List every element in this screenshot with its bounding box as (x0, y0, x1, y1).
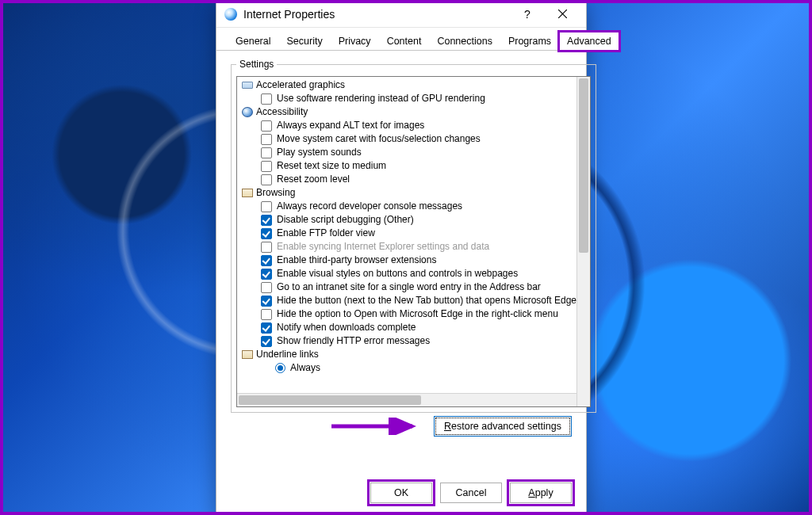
setting-label: Always record developer console messages (277, 200, 462, 213)
setting-label: Reset zoom level (277, 173, 350, 186)
checkbox-icon (261, 309, 272, 320)
tab-privacy[interactable]: Privacy (331, 32, 379, 51)
setting-item[interactable]: Show friendly HTTP error messages (239, 334, 576, 348)
checkbox-icon (261, 228, 272, 239)
titlebar[interactable]: Internet Properties ? (216, 1, 586, 28)
setting-item[interactable]: Enable FTP folder view (239, 227, 576, 240)
setting-label: Move system caret with focus/selection c… (277, 132, 481, 146)
category-label: Accessibility (256, 105, 308, 119)
checkbox-icon (261, 242, 272, 253)
setting-item[interactable]: Enable visual styles on buttons and cont… (239, 267, 576, 280)
setting-item[interactable]: Always record developer console messages (239, 200, 576, 213)
setting-item[interactable]: Hide the option to Open with Microsoft E… (239, 307, 576, 321)
checkbox-icon (261, 93, 272, 105)
scroll-icon (242, 189, 253, 197)
help-button[interactable]: ? (510, 2, 545, 26)
setting-label: Reset text size to medium (277, 159, 386, 173)
monitor-icon (242, 82, 253, 89)
tab-content[interactable]: Content (379, 32, 430, 51)
cancel-button[interactable]: Cancel (440, 483, 502, 503)
setting-item[interactable]: Hide the button (next to the New Tab but… (239, 294, 576, 307)
access-icon (242, 107, 253, 117)
setting-item[interactable]: Go to an intranet site for a single word… (239, 280, 576, 294)
setting-item[interactable]: Move system caret with focus/selection c… (239, 132, 576, 146)
window-title: Internet Properties (243, 8, 335, 21)
category-label: Accelerated graphics (256, 78, 345, 92)
setting-item[interactable]: Reset text size to medium (239, 159, 576, 173)
setting-item[interactable]: Notify when downloads complete (239, 321, 576, 334)
setting-label: Enable third-party browser extensions (277, 254, 436, 267)
setting-label: Enable visual styles on buttons and cont… (277, 267, 518, 280)
settings-group: Settings Accelerated graphicsUse softwar… (231, 59, 596, 413)
checkbox-icon (261, 201, 272, 212)
setting-label: Disable script debugging (Other) (277, 213, 414, 227)
setting-label: Always expand ALT text for images (277, 119, 424, 132)
checkbox-icon (261, 336, 272, 347)
dialog-footer: OK Cancel Apply (216, 475, 586, 514)
tab-programs[interactable]: Programs (500, 32, 559, 51)
checkbox-icon (261, 255, 272, 266)
checkbox-icon (261, 282, 272, 293)
radio-icon (275, 363, 285, 373)
tab-strip: General Security Privacy Content Connect… (216, 28, 586, 51)
tab-security[interactable]: Security (278, 32, 330, 51)
checkbox-icon (261, 174, 272, 185)
setting-item[interactable]: Disable script debugging (Other) (239, 213, 576, 227)
checkbox-icon (261, 147, 272, 158)
tab-general[interactable]: General (228, 32, 278, 51)
setting-item[interactable]: Reset zoom level (239, 173, 576, 186)
setting-item[interactable]: Use software rendering instead of GPU re… (239, 92, 576, 105)
checkbox-icon (261, 269, 272, 280)
setting-label: Hide the button (next to the New Tab but… (277, 294, 576, 307)
setting-label: Play system sounds (277, 146, 362, 159)
internet-properties-dialog: Internet Properties ? General Security P… (216, 0, 587, 515)
setting-item[interactable]: Play system sounds (239, 146, 576, 159)
horizontal-scrollbar[interactable] (237, 393, 576, 406)
setting-item[interactable]: Always (239, 361, 576, 375)
setting-label: Notify when downloads complete (277, 321, 416, 334)
setting-label: Always (290, 361, 320, 375)
setting-label: Enable FTP folder view (277, 227, 375, 240)
app-icon (224, 8, 237, 21)
settings-category: Accessibility (239, 105, 576, 119)
checkbox-icon (261, 296, 272, 307)
setting-label: Show friendly HTTP error messages (277, 334, 430, 348)
close-icon (558, 10, 567, 18)
checkbox-icon (261, 215, 272, 226)
vertical-scroll-thumb[interactable] (579, 78, 588, 253)
settings-tree[interactable]: Accelerated graphicsUse software renderi… (236, 76, 591, 407)
apply-button[interactable]: Apply (510, 483, 572, 503)
checkbox-icon (261, 161, 272, 172)
annotation-arrow-icon (330, 418, 417, 435)
setting-label: Enable syncing Internet Explorer setting… (277, 240, 489, 254)
settings-legend: Settings (236, 59, 277, 70)
settings-category: Accelerated graphics (239, 78, 576, 92)
vertical-scrollbar[interactable] (576, 77, 590, 406)
setting-item[interactable]: Enable third-party browser extensions (239, 254, 576, 267)
setting-label: Use software rendering instead of GPU re… (277, 92, 485, 105)
category-label: Browsing (256, 186, 295, 200)
horizontal-scroll-thumb[interactable] (239, 395, 421, 405)
setting-label: Hide the option to Open with Microsoft E… (277, 307, 558, 321)
ok-button[interactable]: OK (370, 483, 432, 503)
setting-item[interactable]: Always expand ALT text for images (239, 119, 576, 132)
close-button[interactable] (545, 2, 580, 26)
restore-advanced-settings-button[interactable]: Restore advanced settings (434, 416, 572, 437)
tab-connections[interactable]: Connections (429, 32, 500, 51)
checkbox-icon (261, 120, 272, 132)
settings-category: Underline links (239, 348, 576, 361)
scroll-icon (242, 350, 253, 359)
settings-category: Browsing (239, 186, 576, 200)
checkbox-icon (261, 322, 272, 334)
checkbox-icon (261, 134, 272, 145)
setting-item: Enable syncing Internet Explorer setting… (239, 240, 576, 254)
setting-label: Go to an intranet site for a single word… (277, 280, 541, 294)
tab-advanced[interactable]: Advanced (559, 32, 619, 51)
category-label: Underline links (256, 348, 319, 361)
